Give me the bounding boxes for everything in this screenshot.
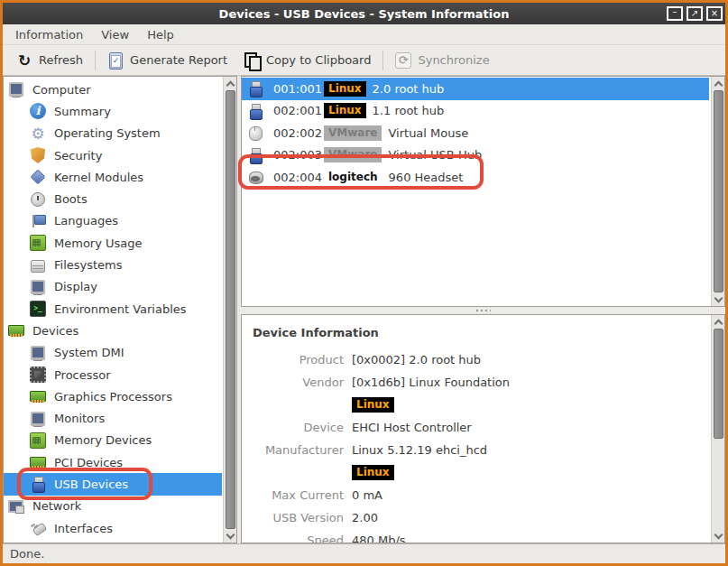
sidebar-item-languages[interactable]: Languages	[4, 210, 222, 232]
memory-chip-icon	[30, 432, 46, 449]
info-value: [0x1d6b] Linux Foundation	[352, 376, 510, 389]
monitor-icon	[30, 411, 46, 427]
menu-help[interactable]: Help	[138, 25, 183, 44]
device-info-scrollbar[interactable]	[711, 315, 724, 543]
sidebar-item-monitors[interactable]: Monitors	[4, 407, 222, 429]
status-bar: Done.	[3, 543, 725, 563]
device-description: 2.0 root hub	[373, 82, 445, 96]
info-row: USB Version 2.00	[251, 506, 709, 529]
display-icon	[30, 279, 46, 295]
vendor-badge: Linux	[324, 103, 366, 118]
info-row: Speed 480 Mb/s	[251, 529, 709, 543]
usb-icon	[30, 476, 46, 492]
sidebar-item-label: Computer	[32, 83, 91, 97]
sidebar-item-boots[interactable]: Boots	[4, 188, 222, 209]
linux-badge: Linux	[352, 397, 394, 413]
refresh-button[interactable]: ↻ Refresh	[8, 49, 91, 72]
sidebar-item-graphics-processors[interactable]: Graphics Processors	[4, 385, 222, 407]
status-text: Done.	[10, 547, 44, 561]
sidebar-tree: Computer i Summary ⚙ Operating System Se…	[3, 76, 237, 543]
sidebar-item-label: Devices	[32, 324, 78, 338]
sidebar-item-system-dmi[interactable]: System DMI	[4, 342, 222, 364]
sidebar-item-memory-usage[interactable]: Memory Usage	[4, 232, 222, 254]
sidebar-item-filesystems[interactable]: Filesystems	[4, 254, 222, 275]
device-list-scrollbar[interactable]	[711, 77, 724, 306]
sidebar-item-kernel-modules[interactable]: Kernel Modules	[4, 166, 222, 188]
sidebar-scrollbar[interactable]	[223, 77, 236, 543]
sidebar-item-usb-devices[interactable]: USB Devices	[4, 473, 222, 495]
scrollbar-thumb[interactable]	[714, 329, 723, 439]
usb-device-row[interactable]: 002:001 Linux 1.1 root hub	[242, 100, 709, 123]
info-row: Max Current 0 mA	[251, 484, 709, 506]
menu-bar: Information View Help	[3, 24, 725, 45]
sidebar-item-label: Interfaces	[54, 522, 113, 535]
sidebar-item-memory-devices[interactable]: Memory Devices	[4, 430, 222, 451]
info-value: 2.00	[352, 511, 378, 524]
sidebar-item-display[interactable]: Display	[4, 276, 222, 298]
info-value: 480 Mb/s	[352, 534, 406, 543]
chevron-up-icon	[714, 80, 723, 89]
info-label: Max Current	[251, 488, 344, 502]
toolbar-separator	[95, 51, 96, 70]
device-description: 1.1 root hub	[373, 104, 445, 117]
flag-icon	[30, 213, 46, 229]
graphics-card-icon	[30, 388, 46, 404]
menu-information[interactable]: Information	[6, 25, 92, 44]
scroll-down-arrow[interactable]	[224, 530, 236, 543]
synchronize-button[interactable]: ⟳ Synchronize	[387, 49, 497, 72]
mouse-icon	[247, 125, 263, 141]
scroll-up-arrow[interactable]	[712, 77, 724, 89]
scroll-down-arrow[interactable]	[712, 293, 724, 306]
sidebar-item-network[interactable]: Network	[4, 496, 222, 517]
window-controls: – ↗ ×	[667, 6, 725, 21]
sidebar-item-operating-system[interactable]: ⚙ Operating System	[4, 123, 222, 144]
close-button[interactable]: ×	[706, 6, 723, 21]
generate-report-button[interactable]: Generate Report	[99, 49, 235, 72]
chevron-up-icon	[226, 80, 235, 89]
info-row: Device EHCI Host Controller	[251, 416, 709, 439]
usb-device-row[interactable]: 002:002 VMware Virtual Mouse	[242, 122, 709, 144]
copy-to-clipboard-button[interactable]: Copy to Clipboard	[235, 49, 379, 72]
menu-view[interactable]: View	[92, 25, 138, 44]
scrollbar-thumb[interactable]	[714, 90, 723, 292]
usb-device-row[interactable]: 001:001 Linux 2.0 root hub	[242, 78, 709, 100]
panel-splitter[interactable]	[241, 307, 725, 314]
sidebar-item-security[interactable]: Security	[4, 144, 222, 166]
scrollbar-thumb[interactable]	[226, 90, 235, 529]
device-bus-id: 002:004	[273, 171, 324, 184]
sidebar-item-label: Operating System	[54, 126, 161, 140]
usb-device-row[interactable]: 002:003 VMware Virtual USB Hub	[242, 144, 709, 167]
sidebar-item-label: Monitors	[54, 412, 105, 425]
info-row: Product [0x0002] 2.0 root hub	[251, 348, 709, 371]
scroll-down-arrow[interactable]	[712, 530, 724, 543]
device-bus-id: 002:003	[273, 148, 324, 162]
sidebar-item-label: USB Devices	[54, 478, 128, 491]
device-bus-id: 002:002	[273, 126, 324, 140]
app-window: Devices - USB Devices - System Informati…	[0, 0, 728, 566]
terminal-icon: >_	[30, 301, 46, 317]
shield-icon	[30, 147, 46, 163]
title-bar: Devices - USB Devices - System Informati…	[3, 3, 725, 24]
minimize-button[interactable]: –	[667, 6, 683, 21]
sidebar-item-summary[interactable]: i Summary	[4, 100, 222, 122]
sidebar-item-label: Languages	[54, 214, 118, 227]
sidebar-item-computer[interactable]: Computer	[4, 79, 222, 100]
usb-icon	[247, 80, 263, 97]
usb-device-row-headset[interactable]: 002:004 logitech 960 Headset	[242, 166, 709, 189]
sidebar-item-environment-variables[interactable]: >_ Environment Variables	[4, 298, 222, 320]
device-card-icon	[8, 322, 24, 339]
sidebar-item-devices[interactable]: Devices	[4, 320, 222, 341]
sidebar-item-label: System DMI	[54, 346, 124, 359]
sidebar-item-label: Memory Usage	[54, 237, 143, 250]
sidebar-item-label: Processor	[54, 368, 111, 382]
device-description: Virtual USB Hub	[388, 148, 482, 162]
cpu-chip-icon	[30, 367, 46, 383]
scroll-up-arrow[interactable]	[224, 77, 236, 89]
sidebar-item-processor[interactable]: Processor	[4, 364, 222, 385]
diamond-icon	[30, 169, 46, 185]
scroll-up-arrow[interactable]	[712, 315, 724, 328]
sidebar-item-label: PCI Devices	[54, 456, 123, 469]
sidebar-item-pci-devices[interactable]: PCI Devices	[4, 451, 222, 473]
sidebar-item-interfaces[interactable]: Interfaces	[4, 517, 222, 539]
maximize-button[interactable]: ↗	[687, 6, 703, 21]
